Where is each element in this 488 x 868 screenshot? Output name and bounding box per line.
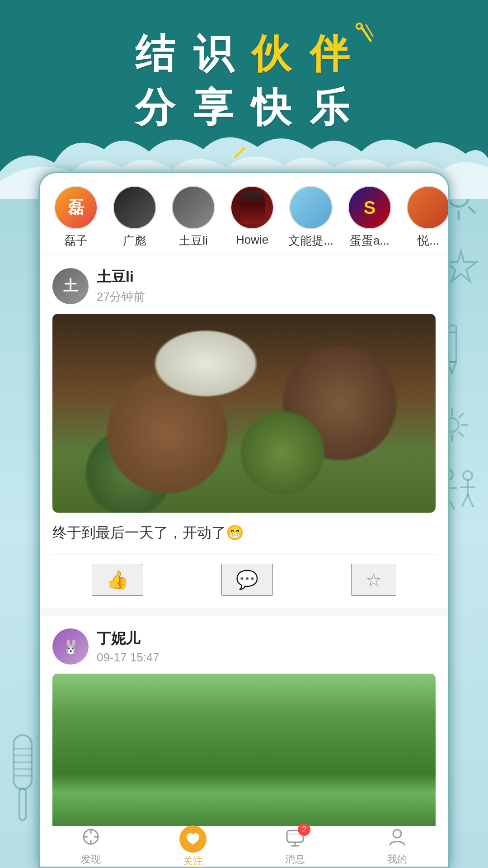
post-username-2: 丁妮儿	[97, 629, 436, 649]
story-item[interactable]: 文能提...	[284, 186, 338, 249]
story-name-2: 广彪	[108, 233, 162, 249]
follow-icon	[179, 826, 206, 853]
stories-row[interactable]: 磊 磊子 广彪 土豆li Howie	[40, 173, 448, 255]
feed-content[interactable]: 土 土豆li 27分钟前 终于到最后一天了，开动了😁 👍 💬 ☆	[40, 255, 448, 868]
post-time-1: 27分钟前	[97, 289, 436, 305]
phone-mockup: 磊 磊子 广彪 土豆li Howie	[38, 172, 450, 868]
post-time-2: 09-17 15:47	[97, 651, 436, 665]
nav-item-discover[interactable]: 发现	[40, 823, 142, 868]
star-button-1[interactable]: ☆	[351, 564, 396, 596]
nav-item-follow[interactable]: 关注	[142, 822, 244, 868]
nav-label-profile: 我的	[387, 853, 407, 866]
story-name-5: 文能提...	[284, 233, 338, 249]
svg-line-34	[462, 495, 468, 506]
deco-dash-icon	[230, 144, 258, 162]
story-avatar-5	[289, 186, 333, 229]
hero-title-line2: 分 享 快 乐	[0, 81, 488, 135]
star-outline-icon: ☆	[366, 570, 382, 590]
messages-icon: 2	[285, 827, 305, 851]
post-avatar-1: 土	[52, 268, 89, 304]
story-avatar-4	[230, 186, 274, 229]
post-user-info-2: 丁妮儿 09-17 15:47	[97, 629, 436, 665]
discover-icon	[81, 827, 101, 851]
story-name-3: 土豆li	[166, 233, 221, 249]
story-item[interactable]: 悦...	[401, 186, 448, 249]
deco-left-icons	[5, 731, 41, 832]
post-avatar-2: 🐰	[52, 628, 89, 665]
nav-label-messages: 消息	[285, 853, 305, 866]
svg-line-24	[459, 414, 463, 418]
story-avatar-7	[407, 186, 448, 229]
story-item[interactable]: Howie	[225, 186, 279, 249]
profile-icon	[387, 827, 407, 851]
hero-title-line1: 结 识 伙 伴	[0, 27, 488, 81]
svg-point-52	[393, 830, 401, 838]
svg-rect-42	[19, 788, 26, 820]
story-name-1: 磊子	[49, 233, 103, 249]
post-image-1	[52, 314, 436, 513]
hero-section: 结 识 伙 伴 分 享 快 乐	[0, 27, 488, 162]
svg-line-23	[459, 432, 463, 436]
story-name-4: Howie	[225, 233, 279, 247]
svg-point-31	[463, 471, 472, 480]
post-text-1: 终于到最后一天了，开动了😁	[52, 522, 436, 543]
post-username-1: 土豆li	[97, 267, 436, 287]
icepop-icon	[5, 731, 41, 830]
post-actions-1: 👍 💬 ☆	[52, 554, 436, 596]
story-item[interactable]: S 蛋蛋a...	[343, 186, 397, 249]
post-header-2: 🐰 丁妮儿 09-17 15:47	[52, 628, 436, 665]
nav-label-follow: 关注	[183, 854, 203, 868]
like-icon: 👍	[106, 569, 129, 590]
post-header-1: 土 土豆li 27分钟前	[52, 267, 436, 305]
nav-label-discover: 发现	[81, 853, 101, 866]
story-item[interactable]: 土豆li	[166, 186, 221, 249]
story-name-7: 悦...	[401, 233, 448, 249]
nav-item-profile[interactable]: 我的	[346, 823, 448, 868]
story-avatar-3	[172, 186, 215, 229]
svg-line-10	[469, 207, 474, 212]
message-badge: 2	[298, 823, 310, 836]
story-item[interactable]: 广彪	[108, 186, 162, 249]
svg-point-2	[357, 24, 362, 29]
comment-button-1[interactable]: 💬	[221, 564, 273, 596]
svg-marker-13	[446, 251, 476, 281]
story-name-6: 蛋蛋a...	[343, 233, 397, 249]
story-avatar-2	[113, 186, 156, 229]
bottom-nav: 发现 关注 2 消息	[40, 826, 448, 867]
like-button-1[interactable]: 👍	[92, 564, 143, 596]
story-avatar-1: 磊	[54, 186, 98, 229]
story-avatar-6: S	[348, 186, 391, 229]
svg-line-3	[235, 148, 244, 157]
post-card-1: 土 土豆li 27分钟前 终于到最后一天了，开动了😁 👍 💬 ☆	[40, 255, 448, 609]
svg-line-35	[468, 495, 473, 506]
story-item[interactable]: 磊 磊子	[49, 186, 103, 249]
post-user-info-1: 土豆li 27分钟前	[97, 267, 436, 305]
comment-icon: 💬	[236, 569, 258, 590]
nav-item-messages[interactable]: 2 消息	[244, 823, 346, 868]
deco-lines-icon	[334, 23, 375, 63]
